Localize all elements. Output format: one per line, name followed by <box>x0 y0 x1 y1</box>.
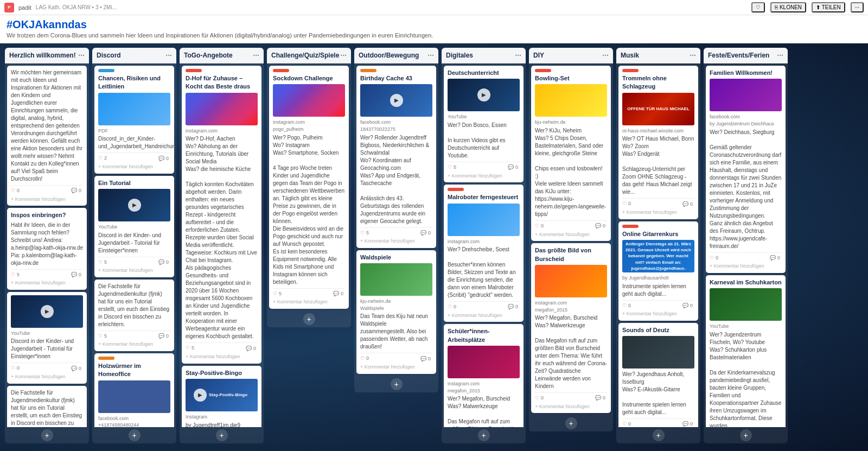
card-7-1[interactable]: Online GitarrenkursOnline Gitarrenkurs f… <box>618 221 698 321</box>
card-1-0[interactable]: Chancen, Risiken und LeitlinienPDFDiscor… <box>94 66 174 174</box>
comment-button[interactable]: 💬 0 <box>419 355 432 362</box>
add-comment-btn[interactable]: + Kommentar hinzufügen <box>535 403 607 410</box>
card-image: ▶ <box>360 84 432 117</box>
card-source: PDF <box>98 128 170 135</box>
card-6-0[interactable]: Bowling-Setkju-neheim.deWer? KiJu, Nehei… <box>531 66 611 241</box>
add-card-button-2[interactable]: + <box>216 429 228 441</box>
card-4-0[interactable]: Birthday Cache 43▶facebook.com1843770022… <box>356 66 436 248</box>
card-5-1[interactable]: Malroboter ferngesteuertinstagram.comWer… <box>444 185 524 322</box>
card-1-2[interactable]: Die Fachstelle für Jugendmedienkultur (f… <box>94 280 174 351</box>
play-button[interactable]: ▶ <box>194 389 207 402</box>
play-button[interactable]: ▶ <box>477 88 490 101</box>
add-comment-btn[interactable]: + Kommentar hinzufügen <box>710 263 782 270</box>
column-header-1: Discord··· <box>92 48 176 63</box>
add-comment-btn[interactable]: + Kommentar hinzufügen <box>98 163 170 170</box>
add-comment-btn[interactable]: + Kommentar hinzufügen <box>448 312 520 319</box>
comment-button[interactable]: 💬 0 <box>331 290 345 297</box>
comment-button[interactable]: 💬 0 <box>69 365 83 372</box>
comment-button[interactable]: 💬 0 <box>69 271 83 278</box>
card-8-0[interactable]: Familien Willkommen!facebook.comby Jugen… <box>706 66 786 273</box>
card-0-1[interactable]: Inspos einbringen?Habt ihr Ideen, die in… <box>7 208 87 290</box>
add-card-button-3[interactable]: + <box>303 313 315 325</box>
add-card-button-1[interactable]: + <box>129 429 141 441</box>
comment-button[interactable]: 💬 0 <box>157 259 170 265</box>
card-source: facebook.com+41874580480244 <box>98 415 170 427</box>
comment-button[interactable]: 💬 0 <box>681 201 694 207</box>
card-image <box>622 336 694 369</box>
card-footer: ♡ 0 💬 0 <box>448 301 520 310</box>
add-comment-btn[interactable]: + Kommentar hinzufügen <box>11 196 83 203</box>
add-comment-btn[interactable]: + Kommentar hinzufügen <box>98 341 170 348</box>
comment-button[interactable]: 💬 0 <box>506 164 520 170</box>
clone-button[interactable]: ⎘ KLONEN <box>770 2 806 12</box>
add-comment-btn[interactable]: + Kommentar hinzufügen <box>11 373 83 380</box>
add-comment-btn[interactable]: + Kommentar hinzufügen <box>622 209 694 216</box>
comment-button[interactable]: 💬 0 <box>593 395 607 401</box>
comment-button[interactable]: 💬 0 <box>69 187 83 194</box>
add-card-button-6[interactable]: + <box>565 417 577 429</box>
play-button[interactable]: ▶ <box>128 199 141 212</box>
card-6-1[interactable]: Das größte Bild von Burscheidinstagram.c… <box>531 243 611 413</box>
card-4-1[interactable]: Waldspielekju-neheim.deWaldspieleDas Tea… <box>356 250 436 374</box>
add-card-button-0[interactable]: + <box>41 429 53 441</box>
column-menu-2[interactable]: ··· <box>253 51 259 60</box>
add-comment-btn[interactable]: + Kommentar hinzufügen <box>11 280 83 287</box>
column-header-8: Feste/Events/Ferien··· <box>704 48 788 63</box>
add-comment-btn[interactable]: + Kommentar hinzufügen <box>535 231 607 238</box>
add-card-button-4[interactable]: + <box>391 378 403 390</box>
comment-button[interactable]: 💬 0 <box>419 230 432 236</box>
more-button[interactable]: ··· <box>851 2 864 12</box>
add-comment-btn[interactable]: + Kommentar hinzufügen <box>98 267 170 274</box>
card-0-3[interactable]: Die Fachstelle für Jugendmedienkultur (f… <box>7 386 87 427</box>
add-comment-btn[interactable]: + Kommentar hinzufügen <box>360 364 432 371</box>
add-comment-btn[interactable]: + Kommentar hinzufügen <box>360 238 432 245</box>
add-comment-btn[interactable]: + Kommentar hinzufügen <box>273 298 345 306</box>
comment-button[interactable]: 💬 0 <box>157 155 170 162</box>
column-menu-3[interactable]: ··· <box>340 51 347 60</box>
play-button[interactable]: ▶ <box>41 305 54 318</box>
card-1-3[interactable]: Holzwürmer im Homeofficefacebook.com+418… <box>94 353 174 427</box>
card-label <box>622 69 639 72</box>
add-card-button-8[interactable]: + <box>740 429 752 441</box>
play-button[interactable]: ▶ <box>390 94 403 107</box>
card-7-2[interactable]: Sounds of DeutzWer? Jugendhaus Anholt, I… <box>618 323 698 427</box>
comment-button[interactable]: 💬 0 <box>768 255 782 261</box>
card-3-0[interactable]: Sockdown Challengeinstagram.compogo_pulh… <box>269 66 349 309</box>
comment-button[interactable]: 💬 0 <box>157 333 170 339</box>
column-menu-0[interactable]: ··· <box>78 51 85 60</box>
heart-button[interactable]: ♡ <box>751 2 765 12</box>
comment-button[interactable]: 💬 0 <box>681 421 694 427</box>
add-comment-btn[interactable]: + Kommentar hinzufügen <box>448 173 520 180</box>
card-5-0[interactable]: Deutschunterricht▶YouTubeWer? Don Bosco,… <box>444 66 524 182</box>
add-comment-btn[interactable]: + Kommentar hinzufügen <box>186 353 258 360</box>
column-menu-4[interactable]: ··· <box>427 51 434 60</box>
card-footer: ♡ 5 💬 0 <box>11 269 83 278</box>
column-menu-8[interactable]: ··· <box>777 51 783 60</box>
card-5-2[interactable]: Schüler*innen-Arbeitsplätzeinstagram.com… <box>444 324 524 427</box>
card-2-1[interactable]: Stay-Positive-Bingo▶Stay-Positiv-BingoIn… <box>182 366 261 427</box>
top-bar: P padit LAG Kath. OKJA NRW • 3 • 2Mi... … <box>0 0 868 15</box>
card-0-2[interactable]: ▶YouTubeDiscord in der Kinder- und Jugen… <box>7 292 87 384</box>
add-comment-btn[interactable]: + Kommentar hinzufügen <box>622 310 694 317</box>
card-likes: ♡ 0 <box>535 223 544 230</box>
card-2-0[interactable]: D-Hof für Zuhause – Kocht das Beste drau… <box>182 66 261 364</box>
card-1-1[interactable]: Ein Tutorial▶YouTubeDiscord in der Kinde… <box>94 176 174 277</box>
share-button[interactable]: ⬆ TEILEN <box>812 2 845 12</box>
likes-count: 0 <box>716 255 718 262</box>
card-8-1[interactable]: Karneval im SchuhkartonYouTubeWer? Jugen… <box>706 275 786 427</box>
comment-button[interactable]: 💬 0 <box>681 302 694 309</box>
comment-button[interactable]: 💬 0 <box>593 223 607 229</box>
comment-button[interactable]: 💬 0 <box>506 303 520 310</box>
column-menu-7[interactable]: ··· <box>690 51 696 60</box>
add-card-button-7[interactable]: + <box>653 429 665 441</box>
column-menu-6[interactable]: ··· <box>602 51 609 60</box>
column-menu-1[interactable]: ··· <box>165 51 172 60</box>
heart-icon: ♡ <box>448 303 452 310</box>
add-card-button-5[interactable]: + <box>478 429 490 441</box>
card-title: Trommeln ohne Schlagzeug <box>622 74 694 91</box>
likes-count: 0 <box>628 200 631 207</box>
column-menu-5[interactable]: ··· <box>515 51 521 60</box>
card-0-0[interactable]: Wir möchten hier gemeinsam mit euch Idee… <box>7 66 87 206</box>
card-7-0[interactable]: Trommeln ohne SchlagzeugOFFENE TÜR HAUS … <box>618 66 698 219</box>
comment-button[interactable]: 💬 0 <box>244 345 258 352</box>
